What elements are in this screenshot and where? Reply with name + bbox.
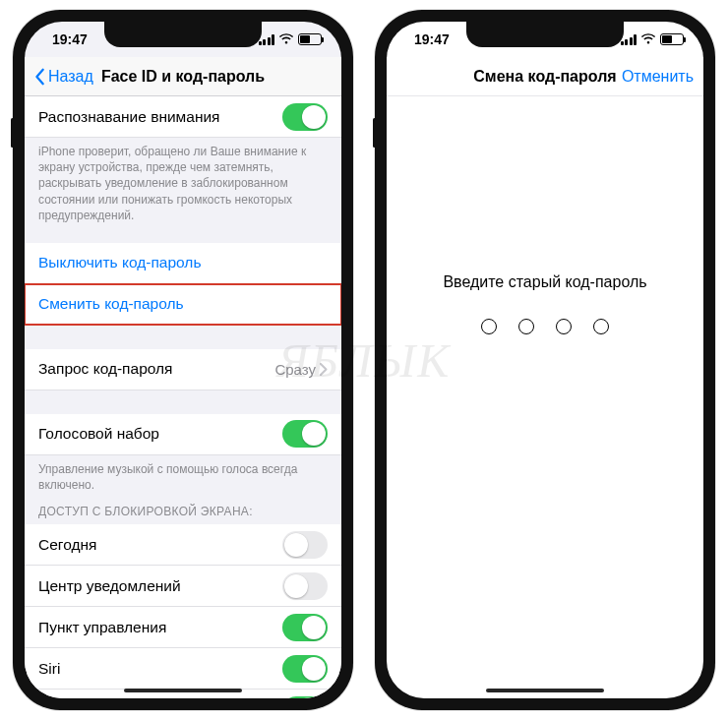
lock-item-label: Siri [38,660,282,678]
lock-item[interactable]: Пункт управления [25,607,341,648]
lock-item-label: Центр уведомлений [38,577,282,595]
lock-item-toggle[interactable] [282,655,328,683]
pin-dot [593,319,609,334]
voice-dial-footer: Управление музыкой с помощью голоса всег… [25,455,341,495]
home-indicator[interactable] [486,689,604,692]
attention-footer: iPhone проверит, обращено ли Ваше вниман… [25,138,341,225]
attention-toggle-cell[interactable]: Распознавание внимания [25,96,341,138]
screen-right: 19:47 Смена код-пароля Отменить Введите … [387,22,703,698]
disable-passcode-cell[interactable]: Выключить код-пароль [25,243,341,284]
wifi-icon [640,33,656,45]
nav-bar: Назад Face ID и код-пароль [25,57,341,96]
phone-left: 19:47 Назад Face ID и код-пароль Распозн… [13,10,353,710]
nav-bar: Смена код-пароля Отменить [387,57,703,96]
status-time: 19:47 [52,31,88,47]
pin-prompt: Введите старый код-пароль [387,273,703,291]
voice-dial-label: Голосовой набор [38,425,282,443]
require-passcode-cell[interactable]: Запрос код-пароля Сразу [25,349,341,390]
notch [466,22,624,47]
battery-icon [298,33,322,45]
lock-item-toggle[interactable] [282,572,328,600]
require-passcode-value: Сразу [274,361,316,378]
wifi-icon [278,33,294,45]
pin-dots[interactable] [387,319,703,334]
status-icons [259,33,323,45]
lock-item[interactable]: Сегодня [25,524,341,566]
phone-right: 19:47 Смена код-пароля Отменить Введите … [375,10,715,710]
chevron-left-icon [34,68,46,86]
lock-item[interactable]: Центр уведомлений [25,566,341,607]
voice-dial-toggle[interactable] [282,420,328,448]
attention-label: Распознавание внимания [38,108,282,126]
chevron-right-icon [320,363,328,376]
lock-item-toggle[interactable] [282,531,328,559]
status-icons [621,33,685,45]
lock-access-header: ДОСТУП С БЛОКИРОВКОЙ ЭКРАНА: [25,495,341,524]
back-button[interactable]: Назад [34,68,93,86]
settings-content[interactable]: Распознавание внимания iPhone проверит, … [25,96,341,698]
lock-item-toggle[interactable] [282,614,328,641]
disable-passcode-label: Выключить код-пароль [38,254,328,271]
lock-access-list: СегодняЦентр уведомленийПункт управления… [25,524,341,698]
pin-dot [481,319,497,334]
change-passcode-cell[interactable]: Сменить код-пароль [25,284,341,326]
change-passcode-label: Сменить код-пароль [38,295,328,313]
cancel-button[interactable]: Отменить [622,68,694,86]
pin-dot [518,319,534,334]
home-indicator[interactable] [124,689,242,692]
pin-dot [556,319,572,334]
status-time: 19:47 [414,31,450,47]
lock-item-label: Сегодня [38,536,282,554]
lock-item-toggle[interactable] [282,696,328,698]
back-label: Назад [48,68,93,86]
battery-icon [660,33,684,45]
attention-toggle[interactable] [282,103,328,131]
screen-left: 19:47 Назад Face ID и код-пароль Распозн… [25,22,341,698]
voice-dial-cell[interactable]: Голосовой набор [25,414,341,455]
require-passcode-label: Запрос код-пароля [38,360,274,378]
notch [104,22,262,47]
lock-item[interactable]: Siri [25,648,341,690]
pin-entry-area: Введите старый код-пароль [387,96,703,334]
lock-item-label: Пункт управления [38,619,282,636]
passcode-content: Введите старый код-пароль [387,96,703,698]
